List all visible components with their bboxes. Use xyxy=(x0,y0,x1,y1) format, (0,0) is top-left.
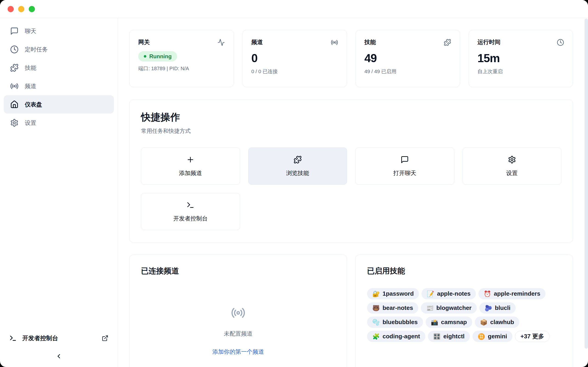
puzzle-icon xyxy=(444,39,451,46)
collapse-sidebar-button[interactable] xyxy=(53,351,64,361)
chevron-left-icon xyxy=(55,353,62,360)
quick-action-add-channel[interactable]: 添加频道 xyxy=(141,148,240,185)
quick-action-dev-console[interactable]: 开发者控制台 xyxy=(141,193,240,230)
stat-card-channels: 频道 0 0 / 0 已连接 xyxy=(242,30,347,87)
skill-chip-blucli: 🫐 blucli xyxy=(479,302,516,314)
quick-actions-grid: 添加频道 浏览技能 打开聊天 设置 开发者控制台 xyxy=(141,148,561,230)
stat-title: 网关 xyxy=(138,38,150,46)
skill-chip-apple-reminders: ⏰ apple-reminders xyxy=(478,288,546,299)
skill-chip-apple-notes: 📝 apple-notes xyxy=(422,288,476,299)
skill-emoji-icon: 📸 xyxy=(431,319,438,325)
clock-icon xyxy=(557,39,564,46)
terminal-icon xyxy=(9,334,17,342)
house-icon xyxy=(10,100,19,109)
stat-value: 49 xyxy=(364,52,451,65)
terminal-icon xyxy=(186,201,195,209)
sidebar-item-chat[interactable]: 聊天 xyxy=(4,22,114,40)
quick-actions-title: 快捷操作 xyxy=(141,111,561,124)
scrollbar-thumb[interactable] xyxy=(585,19,588,349)
sidebar-item-skills[interactable]: 技能 xyxy=(4,58,114,77)
skill-chip-more[interactable]: +37 更多 xyxy=(515,331,550,342)
bottom-panels: 已连接频道 未配置频道 添加你的第一个频道 已启用技能 🔐 1password … xyxy=(129,255,573,367)
puzzle-icon xyxy=(10,64,19,72)
quick-actions-card: 快捷操作 常用任务和快捷方式 添加频道 浏览技能 打开聊天 设置 开发者控制台 xyxy=(129,100,573,243)
stat-card-skills: 技能 49 49 / 49 已启用 xyxy=(355,30,460,87)
gear-icon xyxy=(508,156,516,164)
main-content: 网关 Running 端口: 18789 | PID: N/A 频道 0 0 /… xyxy=(118,18,588,367)
quick-actions-subtitle: 常用任务和快捷方式 xyxy=(141,127,561,135)
radio-icon xyxy=(10,82,19,90)
stat-title: 技能 xyxy=(364,38,376,46)
skill-emoji-icon: 🧩 xyxy=(372,334,380,340)
connected-channels-title: 已连接频道 xyxy=(141,266,335,276)
stat-title: 运行时间 xyxy=(477,38,501,46)
status-badge: Running xyxy=(138,51,177,61)
skill-emoji-icon: 🔐 xyxy=(372,291,380,297)
enabled-skills-card: 已启用技能 🔐 1password 📝 apple-notes ⏰ apple-… xyxy=(355,255,573,367)
stat-value: 15m xyxy=(477,52,564,65)
skill-chip-eightctl: 🎛️ eightctl xyxy=(428,331,470,342)
skill-emoji-icon: 📰 xyxy=(426,305,433,311)
skill-chip-1password: 🔐 1password xyxy=(367,288,419,299)
sidebar: 聊天 定时任务 技能 频道 仪表盘 设置 开发者控制台 xyxy=(0,18,118,367)
channels-empty-state: 未配置频道 添加你的第一个频道 xyxy=(141,306,335,356)
stat-value: 0 xyxy=(251,52,338,65)
sidebar-item-dashboard[interactable]: 仪表盘 xyxy=(4,95,114,114)
quick-action-open-chat[interactable]: 打开聊天 xyxy=(355,148,454,185)
skill-chip-blogwatcher: 📰 blogwatcher xyxy=(421,302,477,314)
skill-chip-bear-notes: 🐻 bear-notes xyxy=(367,302,418,314)
skill-emoji-icon: 🎛️ xyxy=(433,334,441,340)
sidebar-item-settings[interactable]: 设置 xyxy=(4,114,114,132)
minimize-window-button[interactable] xyxy=(18,6,24,12)
connected-channels-card: 已连接频道 未配置频道 添加你的第一个频道 xyxy=(129,255,347,367)
app-body: 聊天 定时任务 技能 频道 仪表盘 设置 开发者控制台 xyxy=(0,18,588,367)
activity-icon xyxy=(217,39,225,46)
skill-chip-bluebubbles: 🫧 bluebubbles xyxy=(367,317,423,328)
message-icon xyxy=(10,27,19,35)
skill-emoji-icon: 🫧 xyxy=(372,319,380,325)
stat-card-gateway: 网关 Running 端口: 18789 | PID: N/A xyxy=(129,30,234,87)
dev-console-label: 开发者控制台 xyxy=(22,334,58,342)
skill-emoji-icon: 📦 xyxy=(480,319,487,325)
skill-chip-clawhub: 📦 clawhub xyxy=(475,317,519,328)
stat-subtext: 49 / 49 已启用 xyxy=(364,68,451,75)
sidebar-dev-console[interactable]: 开发者控制台 xyxy=(4,330,114,346)
app-window: 聊天 定时任务 技能 频道 仪表盘 设置 开发者控制台 xyxy=(0,0,588,367)
skills-chip-list: 🔐 1password 📝 apple-notes ⏰ apple-remind… xyxy=(367,288,561,342)
stat-title: 频道 xyxy=(251,38,263,46)
radio-icon xyxy=(331,39,338,46)
clock-icon xyxy=(10,45,19,54)
puzzle-icon xyxy=(294,156,302,164)
skill-emoji-icon: 🫐 xyxy=(485,305,492,311)
external-link-icon[interactable] xyxy=(102,335,108,342)
collapse-row xyxy=(4,346,114,364)
maximize-window-button[interactable] xyxy=(29,6,35,12)
quick-action-settings[interactable]: 设置 xyxy=(463,148,562,185)
sidebar-footer: 开发者控制台 xyxy=(4,330,114,364)
skill-chip-camsnap: 📸 camsnap xyxy=(426,317,472,328)
radio-icon xyxy=(231,306,246,320)
sidebar-item-cron[interactable]: 定时任务 xyxy=(4,40,114,58)
skill-emoji-icon: 📝 xyxy=(427,291,434,297)
skill-emoji-icon: 🐻 xyxy=(372,305,380,311)
skill-emoji-icon: ⏰ xyxy=(484,291,491,297)
gear-icon xyxy=(10,119,19,127)
skill-chip-gemini: ♊ gemini xyxy=(473,331,512,342)
skill-emoji-icon: ♊ xyxy=(478,334,485,340)
stat-card-uptime: 运行时间 15m 自上次重启 xyxy=(468,30,573,87)
stat-subtext: 0 / 0 已连接 xyxy=(251,68,338,75)
message-icon xyxy=(401,156,409,164)
empty-channels-text: 未配置频道 xyxy=(224,330,253,337)
stat-subtext: 端口: 18789 | PID: N/A xyxy=(138,65,225,72)
add-first-channel-link[interactable]: 添加你的第一个频道 xyxy=(212,348,264,356)
close-window-button[interactable] xyxy=(8,6,14,12)
skill-chip-coding-agent: 🧩 coding-agent xyxy=(367,331,425,342)
sidebar-nav: 聊天 定时任务 技能 频道 仪表盘 设置 xyxy=(4,22,114,132)
quick-action-browse-skills[interactable]: 浏览技能 xyxy=(248,148,347,185)
sidebar-item-channels[interactable]: 频道 xyxy=(4,77,114,95)
plus-icon xyxy=(186,156,195,164)
stats-row: 网关 Running 端口: 18789 | PID: N/A 频道 0 0 /… xyxy=(129,30,573,87)
status-dot xyxy=(144,55,146,58)
stat-subtext: 自上次重启 xyxy=(477,68,564,75)
enabled-skills-title: 已启用技能 xyxy=(367,266,561,276)
